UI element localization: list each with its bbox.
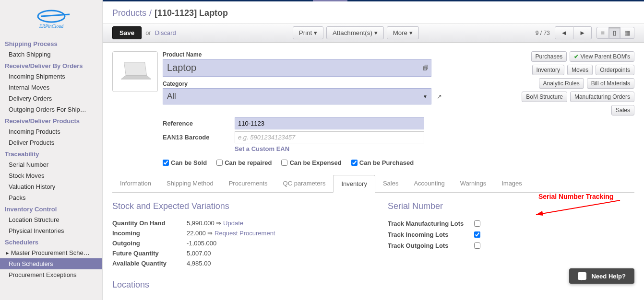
checkmark-icon: ✔: [574, 53, 579, 60]
breadcrumb: Products / [110-1123] Laptop: [103, 1, 644, 23]
sidebar-item[interactable]: Incoming Products: [0, 126, 102, 137]
tab-procurements[interactable]: Procurements: [221, 175, 275, 192]
moves-button[interactable]: Moves: [567, 65, 593, 75]
view-form[interactable]: ▯: [609, 27, 620, 39]
attachments-button[interactable]: Attachment(s) ▾: [326, 26, 384, 39]
manufacturing-orders-button[interactable]: Manufacturing Orders: [570, 92, 634, 102]
sidebar-item[interactable]: Serial Number: [0, 159, 102, 170]
inventory-button[interactable]: Inventory: [532, 65, 564, 75]
more-button[interactable]: More ▾: [387, 26, 419, 39]
ean13-label: EAN13 Barcode: [163, 134, 235, 141]
reference-label: Reference: [163, 120, 235, 127]
tab-qc-parameters[interactable]: QC parameters: [275, 175, 334, 192]
sidebar-item[interactable]: Outgoing Orders For Ship…: [0, 104, 102, 115]
category-select[interactable]: [163, 88, 431, 104]
can-be-sold-checkbox[interactable]: Can be Sold: [163, 159, 207, 166]
caret-down-icon: ▾: [314, 29, 317, 36]
tab-sales[interactable]: Sales: [375, 175, 406, 192]
sidebar-item[interactable]: ▸ Master Procurement Sche…: [0, 247, 102, 258]
chat-icon: [578, 272, 586, 280]
save-button[interactable]: Save: [112, 26, 142, 39]
sidebar-item[interactable]: Procurement Exceptions: [0, 269, 102, 280]
purchases-button[interactable]: Purchases: [531, 51, 567, 62]
stock-heading: Stock and Expected Variations: [112, 201, 359, 211]
sidebar-item[interactable]: Deliver Products: [0, 137, 102, 148]
ean13-input[interactable]: [235, 131, 424, 143]
serial-heading: Serial Number: [388, 201, 634, 211]
sidebar-item[interactable]: Incoming Shipments: [0, 71, 102, 82]
tabs: Information Shipping Method Procurements…: [112, 175, 634, 193]
pager-next[interactable]: ►: [573, 26, 592, 39]
tab-shipping-method[interactable]: Shipping Method: [159, 175, 221, 192]
category-label: Category: [163, 81, 431, 87]
menu-heading[interactable]: Receive/Deliver By Orders: [0, 60, 102, 71]
tab-accounting[interactable]: Accounting: [406, 175, 452, 192]
sidebar-item[interactable]: Stock Moves: [0, 170, 102, 181]
breadcrumb-products[interactable]: Products: [112, 8, 146, 18]
menu-heading[interactable]: Schedulers: [0, 236, 102, 247]
pager-prev[interactable]: ◄: [555, 26, 573, 39]
sidebar-item[interactable]: Internal Moves: [0, 82, 102, 93]
svg-marker-3: [536, 211, 543, 216]
track-outgoing-checkbox[interactable]: [474, 242, 480, 249]
bom-structure-button[interactable]: BoM Structure: [522, 92, 567, 102]
sidebar: ERPinCloud Shipping ProcessBatch Shippin…: [0, 0, 103, 300]
page-title: [110-1123] Laptop: [155, 8, 228, 18]
caret-down-icon: ▾: [409, 29, 413, 36]
menu-heading[interactable]: Inventory Control: [0, 203, 102, 214]
sidebar-item[interactable]: Location Structure: [0, 214, 102, 225]
product-name-input[interactable]: [163, 59, 431, 77]
locations-heading: Locations: [112, 280, 359, 290]
discard-link[interactable]: Discard: [155, 29, 176, 36]
view-list[interactable]: ≡: [596, 27, 609, 39]
analytic-rules-button[interactable]: Analytic Rules: [539, 78, 584, 89]
menu-heading[interactable]: Receive/Deliver Products: [0, 115, 102, 126]
logo: ERPinCloud: [0, 4, 102, 38]
external-link-icon[interactable]: ↗: [437, 93, 442, 100]
track-manufacturing-checkbox[interactable]: [474, 220, 480, 227]
bill-of-materials-button[interactable]: Bill of Materials: [587, 78, 634, 89]
can-be-purchased-checkbox[interactable]: Can be Purchased: [351, 159, 414, 166]
tab-inventory[interactable]: Inventory: [333, 175, 375, 193]
translate-icon[interactable]: 🗐: [423, 65, 429, 71]
product-image[interactable]: [112, 51, 158, 92]
top-nav-bar: [103, 0, 644, 1]
track-incoming-checkbox[interactable]: [474, 231, 480, 238]
set-custom-ean-link[interactable]: Set a Custom EAN: [235, 145, 289, 152]
sidebar-item[interactable]: Run Schedulers: [0, 258, 102, 269]
view-kanban[interactable]: ▦: [620, 27, 634, 39]
orderpoints-button[interactable]: Orderpoints: [596, 65, 634, 75]
request-procurement-link[interactable]: Request Procurement: [215, 230, 275, 237]
sidebar-item[interactable]: Batch Shipping: [0, 49, 102, 60]
stat-buttons: Purchases ✔ View Parent BOM's Inventory …: [522, 51, 634, 115]
menu-heading[interactable]: Traceability: [0, 148, 102, 159]
sales-button[interactable]: Sales: [611, 105, 634, 115]
pager-text: 9 / 73: [536, 30, 550, 36]
can-be-expensed-checkbox[interactable]: Can be Expensed: [281, 159, 341, 166]
tab-warnings[interactable]: Warnings: [453, 175, 494, 192]
tab-information[interactable]: Information: [112, 175, 159, 192]
view-parent-bom-button[interactable]: ✔ View Parent BOM's: [570, 51, 634, 62]
reference-input[interactable]: [235, 117, 424, 129]
sidebar-item[interactable]: Valuation History: [0, 181, 102, 192]
menu-heading[interactable]: Shipping Process: [0, 38, 102, 49]
print-button[interactable]: Print ▾: [293, 26, 323, 39]
sidebar-item[interactable]: Physical Inventories: [0, 225, 102, 236]
svg-text:ERPinCloud: ERPinCloud: [38, 23, 64, 29]
need-help-button[interactable]: Need Help?: [569, 268, 634, 284]
toolbar: Save or Discard Print ▾ Attachment(s) ▾ …: [103, 23, 644, 43]
sidebar-item[interactable]: Packs: [0, 192, 102, 203]
product-name-label: Product Name: [163, 51, 431, 58]
caret-down-icon: ▾: [374, 29, 378, 36]
update-link[interactable]: Update: [223, 219, 243, 227]
sidebar-item[interactable]: Delivery Orders: [0, 93, 102, 104]
tab-images[interactable]: Images: [494, 175, 530, 192]
can-be-repaired-checkbox[interactable]: Can be repaired: [216, 159, 272, 166]
